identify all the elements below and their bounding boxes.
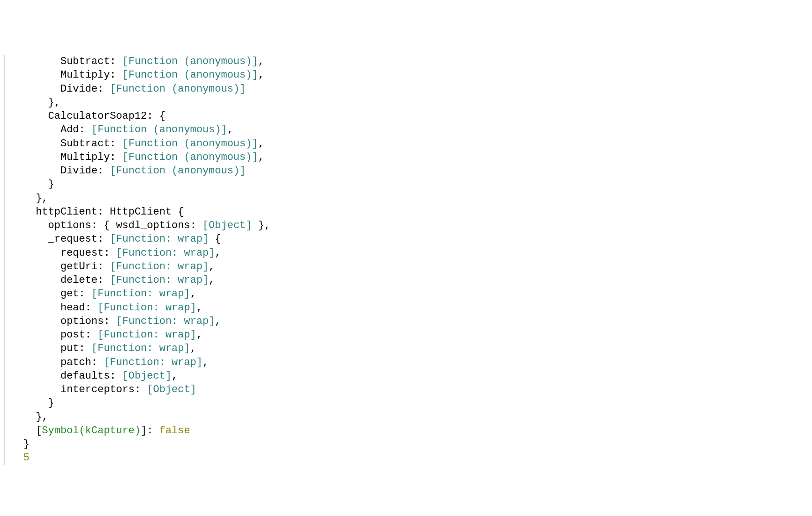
code-line: Subtract: [Function (anonymous)], <box>23 55 812 68</box>
object-token: [Object] <box>203 220 252 231</box>
code-line: } <box>23 396 812 410</box>
code-line: Divide: [Function (anonymous)] <box>23 82 812 96</box>
code-line: head: [Function: wrap], <box>23 301 812 315</box>
code-line: defaults: [Object], <box>23 369 812 383</box>
code-line: post: [Function: wrap], <box>23 328 812 342</box>
code-line: } <box>23 178 812 191</box>
code-line: }, <box>23 192 812 205</box>
code-line: get: [Function: wrap], <box>23 287 812 301</box>
code-line: Divide: [Function (anonymous)] <box>23 164 812 178</box>
code-line: interceptors: [Object] <box>23 383 812 396</box>
boolean-token: false <box>159 425 190 437</box>
code-line: _request: [Function: wrap] { <box>23 232 812 246</box>
function-token: [Function: wrap] <box>116 247 215 259</box>
object-token: [Object] <box>147 384 196 395</box>
function-token: [Function: wrap] <box>110 233 209 245</box>
function-token: [Function (anonymous)] <box>91 124 227 136</box>
code-line: }, <box>23 96 812 109</box>
function-token: [Function (anonymous)] <box>122 151 258 163</box>
code-line: httpClient: HttpClient { <box>23 205 812 219</box>
code-line: put: [Function: wrap], <box>23 342 812 355</box>
symbol-token: Symbol(kCapture) <box>42 425 141 437</box>
function-token: [Function: wrap] <box>91 288 190 300</box>
code-line: Add: [Function (anonymous)], <box>23 123 812 136</box>
function-token: [Function: wrap] <box>104 357 203 368</box>
code-line: patch: [Function: wrap], <box>23 356 812 369</box>
number-token: 5 <box>23 452 29 464</box>
object-token: [Object] <box>122 370 172 382</box>
code-line: options: { wsdl_options: [Object] }, <box>23 219 812 232</box>
code-line: request: [Function: wrap], <box>23 246 812 260</box>
code-line: getUri: [Function: wrap], <box>23 260 812 273</box>
function-token: [Function (anonymous)] <box>122 56 258 67</box>
function-token: [Function: wrap] <box>116 315 215 327</box>
function-token: [Function (anonymous)] <box>110 165 246 177</box>
function-token: [Function (anonymous)] <box>122 69 258 81</box>
code-line: } <box>23 437 812 451</box>
function-token: [Function (anonymous)] <box>110 83 246 95</box>
function-token: [Function: wrap] <box>97 302 196 314</box>
code-line: options: [Function: wrap], <box>23 315 812 328</box>
code-line: Subtract: [Function (anonymous)], <box>23 137 812 150</box>
code-line: delete: [Function: wrap], <box>23 273 812 287</box>
code-line: Multiply: [Function (anonymous)], <box>23 68 812 82</box>
function-token: [Function: wrap] <box>110 274 209 286</box>
code-line: }, <box>23 410 812 424</box>
function-token: [Function: wrap] <box>110 261 209 272</box>
code-line: Multiply: [Function (anonymous)], <box>23 150 812 164</box>
function-token: [Function: wrap] <box>97 329 196 341</box>
code-line: CalculatorSoap12: { <box>23 109 812 123</box>
code-line: [Symbol(kCapture)]: false <box>23 424 812 437</box>
function-token: [Function: wrap] <box>91 343 190 354</box>
function-token: [Function (anonymous)] <box>122 138 258 150</box>
code-line: 5 <box>23 451 812 465</box>
code-output: Subtract: [Function (anonymous)], Multip… <box>4 55 812 465</box>
